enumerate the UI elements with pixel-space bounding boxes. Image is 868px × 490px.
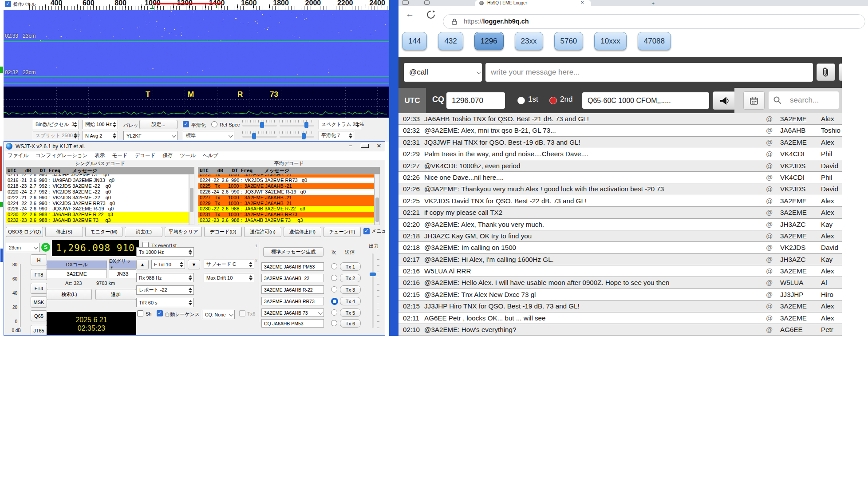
- tx-send-button[interactable]: Tx 2: [340, 274, 361, 282]
- send-button-partial[interactable]: [839, 63, 842, 81]
- at-icon[interactable]: @: [766, 244, 773, 251]
- tx-message-field[interactable]: CQ JA6AHB PM53: [261, 319, 324, 328]
- tx-send-button[interactable]: Tx 4: [340, 297, 361, 305]
- chat-callsign[interactable]: VK2JDS: [780, 244, 805, 251]
- chat-callsign[interactable]: 3A2EME: [780, 314, 807, 322]
- spinner-arrows[interactable]: [187, 274, 193, 281]
- curve-select[interactable]: 標準: [183, 131, 234, 140]
- tab-close-icon[interactable]: ✕: [580, 0, 584, 5]
- palette-adjust-button[interactable]: 設定...: [139, 120, 178, 129]
- spinner-arrows[interactable]: [72, 121, 78, 128]
- chat-row[interactable]: 02:32@3A2EME: Alex, mni tnx qso B-21, GL…: [398, 125, 842, 136]
- close-button[interactable]: ✕: [375, 142, 383, 149]
- tx-send-button[interactable]: Tx 6: [340, 319, 361, 328]
- minimize-button[interactable]: −: [347, 142, 355, 149]
- action-button[interactable]: 停止(S): [45, 227, 83, 237]
- spinner-arrows[interactable]: [178, 261, 184, 268]
- tx-next-radio[interactable]: [331, 309, 337, 316]
- dx-call-field[interactable]: 3A2EME: [47, 269, 107, 278]
- action-button[interactable]: チューン(T): [324, 227, 361, 237]
- tx-next-radio[interactable]: [331, 298, 338, 305]
- chat-callsign[interactable]: VK4CDI: [780, 150, 805, 158]
- chat-row[interactable]: 02:25VK2JDS David TNX for QSO. Best -22 …: [398, 195, 842, 207]
- navg-spinner[interactable]: N Avg 2: [83, 131, 118, 140]
- tx-next-radio[interactable]: [331, 263, 337, 269]
- chat-row[interactable]: 02:15@3A2EME: Tnx Alex New Dxcc 73 gl@JJ…: [398, 289, 842, 300]
- generate-std-msgs-button[interactable]: 標準メッセージ生成: [263, 247, 324, 257]
- chat-callsign[interactable]: W5LUA: [780, 279, 803, 286]
- panel-checkbox[interactable]: ✓: [5, 1, 11, 7]
- menu-item[interactable]: デコード: [135, 152, 156, 159]
- decode-row[interactable]: 0226 -24 2.6 990 : JQ3JWF 3A2EME R-19 q0: [6, 206, 189, 212]
- chat-row[interactable]: 02:10@3A2EME: How's everything?@AG6EEPet…: [398, 324, 842, 336]
- waterfall[interactable]: 02:33 23cm 02:32 23cm: [4, 10, 389, 87]
- refresh-button[interactable]: [426, 10, 436, 20]
- action-button[interactable]: 消去(E): [125, 227, 162, 237]
- at-icon[interactable]: @: [766, 314, 773, 322]
- cq-mode-input[interactable]: [582, 92, 709, 109]
- gain-slider[interactable]: [242, 120, 277, 128]
- mode-button-ft8[interactable]: FT8: [31, 269, 47, 280]
- decode-row[interactable]: 0229 Tx 1000 : 3A2EME JA6AHB -21: [198, 201, 374, 206]
- mode-button-q65[interactable]: Q65: [31, 310, 47, 321]
- action-button[interactable]: 送信許可(n): [244, 227, 281, 237]
- menu-item[interactable]: ツール: [180, 152, 195, 159]
- tx-next-radio[interactable]: [331, 275, 337, 281]
- scrollbar[interactable]: [189, 174, 194, 225]
- attach-button[interactable]: [817, 63, 835, 81]
- chat-callsign[interactable]: 3A2EME: [780, 267, 807, 275]
- decode-row[interactable]: 0223 Tx 1000 : 3A2EME JA6AHB -21: [198, 174, 374, 178]
- start-freq-spinner[interactable]: 開始 100 Hz: [83, 120, 118, 129]
- band-button-5760[interactable]: 5760: [554, 32, 584, 50]
- decode-row[interactable]: 0231 Tx 1000 : 3A2EME JA6AHB RR73: [198, 212, 374, 217]
- ftol-spinner[interactable]: F Tol 10: [151, 260, 185, 269]
- menu-item[interactable]: ヘルプ: [202, 152, 218, 159]
- output-slider-track[interactable]: [372, 253, 374, 328]
- chat-row[interactable]: 02:15JJ3JHP Hiro TNX for QSO. Best -19 d…: [398, 300, 842, 312]
- spinner-arrows[interactable]: [187, 286, 193, 294]
- at-icon[interactable]: @: [766, 126, 773, 134]
- decode-row[interactable]: 0232 -23 2.6 988 : JA6AHB 3A2EME 73 q3: [198, 217, 374, 223]
- tx-send-button[interactable]: Tx 3: [340, 285, 361, 294]
- avg-decode-list[interactable]: 0223 Tx 1000 : 3A2EME JA6AHB -210224 -22…: [198, 174, 375, 225]
- chat-callsign[interactable]: 3A2EME: [780, 138, 807, 146]
- spinner-arrows[interactable]: [187, 299, 193, 306]
- tr-period-spinner[interactable]: T/R 60 s: [136, 298, 194, 307]
- chat-callsign[interactable]: JA6AHB: [780, 126, 805, 134]
- band-button-1296[interactable]: 1296: [474, 32, 504, 50]
- submode-spinner[interactable]: サブモード C: [204, 260, 254, 269]
- tx-message-field[interactable]: 3A2EME JA6AHB RR73: [261, 297, 324, 305]
- chat-row[interactable]: 02:18JH3AZC Kay GM, OK try to find you@3…: [398, 230, 842, 242]
- decode-row[interactable]: 0230 -22 2.6 988 : JA6AHB 3A2EME R-22 q3: [6, 212, 189, 217]
- flatten-checkbox[interactable]: ✓: [183, 121, 189, 127]
- band-button-23xx[interactable]: 23xx: [515, 32, 543, 50]
- mode-button-jt65[interactable]: JT65: [31, 325, 47, 336]
- at-icon[interactable]: @: [766, 150, 773, 158]
- chat-callsign[interactable]: AG6EE: [780, 326, 803, 333]
- single-decode-list[interactable]: 0214 -22 2.6 990 : JJ3JHP 3A2EME 73 q002…: [6, 174, 189, 225]
- chat-callsign[interactable]: VK2JDS: [780, 185, 805, 193]
- at-icon[interactable]: @: [766, 267, 773, 275]
- tx-send-button[interactable]: Tx 5: [340, 308, 361, 317]
- output-slider-handle[interactable]: [370, 273, 376, 276]
- message-input[interactable]: [485, 63, 813, 82]
- spinner-arrows[interactable]: [111, 121, 117, 128]
- spinner-arrows[interactable]: [248, 261, 253, 268]
- palette-select[interactable]: YL2KF: [123, 131, 178, 140]
- band-button-432[interactable]: 432: [438, 32, 463, 50]
- at-icon[interactable]: @: [766, 185, 773, 193]
- action-button[interactable]: デコード(D): [204, 227, 241, 237]
- decode-row[interactable]: 0227 Tx 1000 : 3A2EME JA6AHB -21: [198, 195, 374, 201]
- back-button[interactable]: ←: [406, 9, 414, 19]
- spectrum-percent-spinner[interactable]: スペクトラム 25 %: [319, 120, 361, 129]
- menu-item[interactable]: 表示: [95, 152, 105, 159]
- decode-row[interactable]: 0222 -21 2.6 990 : VK2JDS 3A2EME -22 q0: [6, 195, 189, 201]
- decode-row[interactable]: 0216 -21 2.6 990 : UA9FAD 3A2EME JN33 q0: [6, 178, 189, 183]
- decode-row[interactable]: 0224 -22 2.6 990 : VK2JDS 3A2EME RR73 q0: [6, 201, 189, 206]
- recipient-select[interactable]: @call: [404, 63, 482, 82]
- add-button[interactable]: 追加: [95, 289, 136, 300]
- chat-row[interactable]: 02:21if copy my please call TX2@3A2EMEAl…: [398, 207, 842, 218]
- band-select[interactable]: 23cm: [6, 243, 39, 252]
- chat-row[interactable]: 02:31JQ3JWF Hal TNX for QSO. Best -19 dB…: [398, 137, 842, 148]
- chat-callsign[interactable]: JH3AZC: [780, 256, 805, 263]
